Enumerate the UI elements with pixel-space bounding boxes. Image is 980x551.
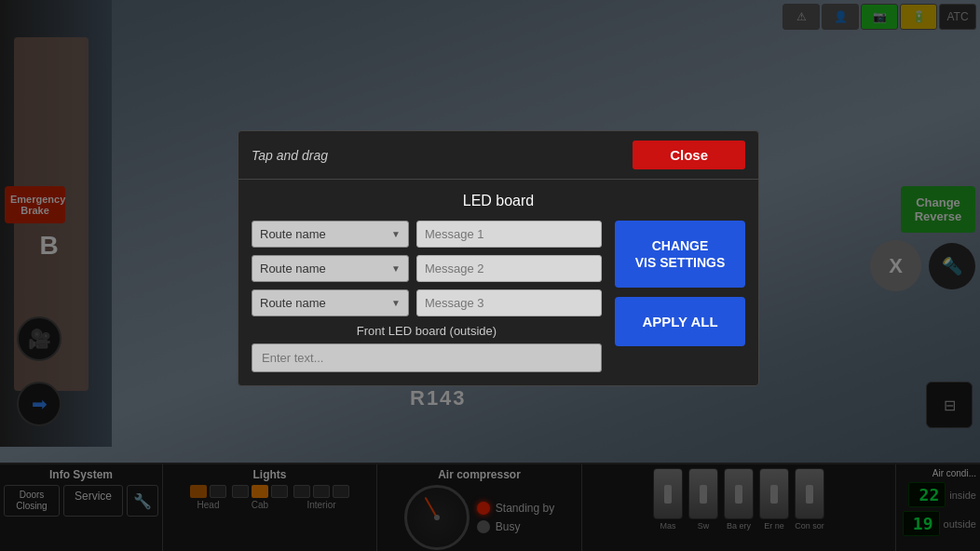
route-select-1[interactable]: Route name ▼ [252,221,409,248]
front-led-label: Front LED board (outside) [252,324,602,338]
chevron-1: ▼ [391,229,401,239]
chevron-2: ▼ [391,263,401,274]
route-label-1: Route name [260,227,326,241]
change-vis-settings-button[interactable]: CHANGEVIS SETTINGS [615,221,745,288]
route-select-3[interactable]: Route name ▼ [252,289,409,316]
modal-content: Route name ▼ Route name ▼ Route [252,221,745,372]
route-select-2[interactable]: Route name ▼ [252,255,409,282]
apply-all-button[interactable]: APPLY ALL [615,297,745,346]
modal-header: Tap and drag Close [238,131,758,180]
front-led-input[interactable] [252,343,602,372]
route-label-2: Route name [260,262,326,276]
modal-right-panel: CHANGEVIS SETTINGS APPLY ALL [615,221,745,372]
message-input-3[interactable] [416,289,602,316]
drag-hint: Tap and drag [252,148,328,163]
front-led-section: Front LED board (outside) [252,324,602,372]
modal-left-panel: Route name ▼ Route name ▼ Route [252,221,602,372]
led-row-1: Route name ▼ [252,221,602,248]
message-input-1[interactable] [416,221,602,248]
led-row-2: Route name ▼ [252,255,602,282]
modal-title: LED board [252,193,745,209]
chevron-3: ▼ [391,298,401,308]
led-row-3: Route name ▼ [252,289,602,316]
led-board-modal: Tap and drag Close LED board Route name … [238,130,759,386]
modal-body: LED board Route name ▼ Route name ▼ [238,180,758,385]
route-label-3: Route name [260,296,326,310]
message-input-2[interactable] [416,255,602,282]
close-button[interactable]: Close [633,141,745,169]
